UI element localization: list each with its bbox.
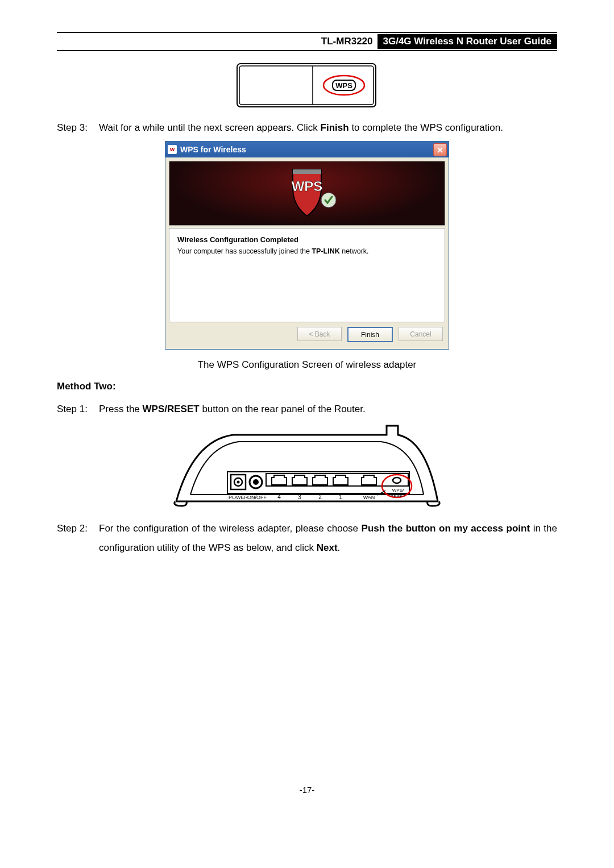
svg-text:WPS/: WPS/ [392,488,404,493]
finish-button[interactable]: Finish [347,327,393,342]
close-button[interactable] [433,143,447,156]
svg-point-16 [393,477,401,483]
step-1-text: Press the WPS/RESET button on the rear p… [99,400,557,419]
svg-text:3: 3 [298,494,301,500]
svg-point-12 [237,481,240,484]
svg-text:2: 2 [318,494,322,500]
dialog-banner: WPS [169,161,445,226]
step-2: Step 2: For the configuration of the wir… [57,519,557,558]
svg-text:4: 4 [277,494,281,500]
dialog-buttons: < Back Finish Cancel [169,322,445,346]
svg-text:WPS: WPS [292,178,323,194]
svg-text:ON/OFF: ON/OFF [247,495,267,500]
method-two-title: Method Two: [57,377,557,396]
dialog-content-title: Wireless Configuration Completed [177,235,437,244]
page-number: -17- [57,785,557,795]
svg-text:POWER: POWER [229,495,248,500]
step-1: Step 1: Press the WPS/RESET button on th… [57,400,557,419]
wps-button-label: WPS [335,81,352,90]
svg-text:1: 1 [339,494,342,500]
router-rear-diagram: POWER ON/OFF 4 3 2 1 WAN WPS/ RESET [171,423,443,511]
dialog-content-line: Your computer has successfully joined th… [177,247,437,255]
svg-text:WAN: WAN [363,495,375,500]
app-icon: W [168,145,177,154]
header-model: TL-MR3220 [317,34,377,49]
svg-point-14 [253,479,259,485]
dialog-caption: The WPS Configuration Screen of wireless… [57,355,557,375]
svg-text:RESET: RESET [391,493,406,498]
step-3-label: Step 3: [57,118,99,138]
step-3: Step 3: Wait for a while until the next … [57,118,557,138]
cancel-button[interactable]: Cancel [399,327,443,341]
dialog-title: WPS for Wireless [180,145,246,154]
back-button[interactable]: < Back [297,327,342,341]
step-1-label: Step 1: [57,400,99,419]
step-2-label: Step 2: [57,519,99,558]
dialog-titlebar: W WPS for Wireless [165,142,449,157]
page-header: TL-MR3220 3G/4G Wireless N Router User G… [57,32,557,51]
dialog-content: Wireless Configuration Completed Your co… [169,228,445,322]
step-3-text: Wait for a while until the next screen a… [99,118,557,138]
close-icon [437,147,443,153]
wps-dialog: W WPS for Wireless WPS Wireless Configur [165,141,449,350]
header-title: 3G/4G Wireless N Router User Guide [377,34,558,49]
router-front-diagram: WPS [236,61,378,113]
step-2-text: For the configuration of the wireless ad… [99,519,557,558]
